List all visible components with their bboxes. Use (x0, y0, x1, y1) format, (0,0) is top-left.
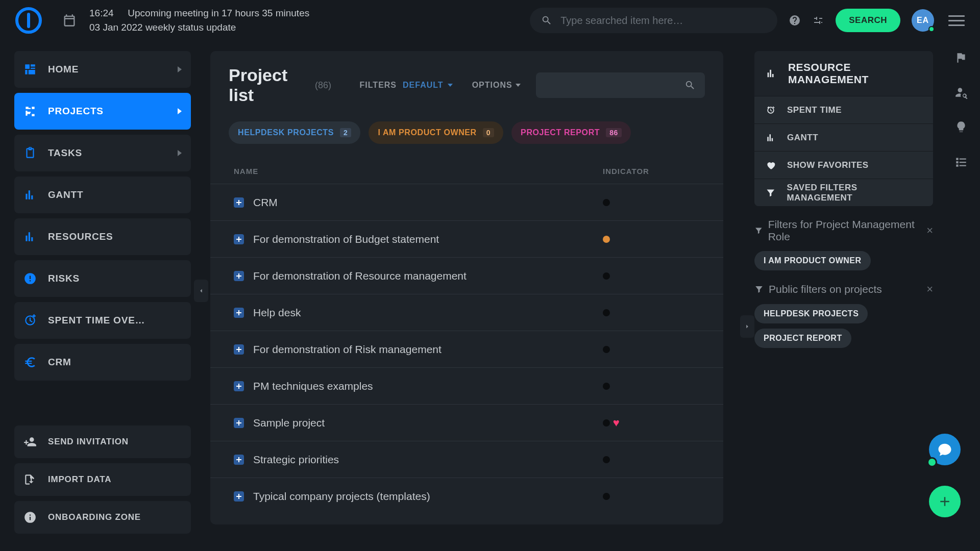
filters-value: DEFAULT (403, 81, 444, 90)
right-item-label: SAVED FILTERS MANAGEMENT (787, 183, 922, 203)
search-icon (684, 80, 696, 91)
filter-chip-project-report[interactable]: PROJECT REPORT86 (511, 121, 631, 144)
calendar-icon[interactable] (62, 13, 77, 28)
indicator-dot (603, 383, 610, 390)
sidebar-footer-send-invitation[interactable]: SEND INVITATION (14, 425, 191, 458)
expand-icon[interactable] (234, 381, 244, 391)
close-icon[interactable]: × (926, 283, 933, 296)
project-name: PM techniques examples (253, 380, 373, 392)
expand-icon[interactable] (234, 344, 244, 355)
sidebar-item-spent-time-ove-[interactable]: SPENT TIME OVE… (14, 302, 191, 339)
chevron-right-icon (178, 108, 182, 114)
table-row[interactable]: PM techniques examples (210, 367, 723, 404)
filters-dropdown[interactable]: DEFAULT (403, 81, 453, 90)
add-fab[interactable] (929, 486, 961, 517)
expand-icon[interactable] (234, 418, 244, 428)
search-button[interactable]: SEARCH (836, 9, 900, 32)
chip-count: 2 (340, 128, 351, 137)
right-card-title: RESOURCE MANAGEMENT (788, 61, 922, 86)
sidebar-item-resources[interactable]: RESOURCES (14, 218, 191, 255)
sidebar-item-tasks[interactable]: TASKS (14, 135, 191, 171)
right-item-show-favorites[interactable]: SHOW FAVORITES (754, 151, 933, 179)
sidebar-item-crm[interactable]: CRM (14, 344, 191, 381)
filter-tag[interactable]: I AM PRODUCT OWNER (754, 251, 871, 270)
search-icon (541, 15, 552, 26)
table-row[interactable]: Sample project ♥ (210, 404, 723, 441)
bulb-icon[interactable] (954, 120, 968, 134)
avatar[interactable]: EA (912, 9, 934, 32)
hamburger-menu-icon[interactable] (948, 12, 965, 29)
table-search[interactable] (536, 72, 705, 98)
right-item-spent-time[interactable]: SPENT TIME (754, 96, 933, 123)
expand-icon[interactable] (234, 234, 244, 244)
project-name: Typical company projects (templates) (253, 490, 430, 503)
sidebar-footer-label: ONBOARDING ZONE (48, 512, 182, 522)
project-name: For demonstration of Budget statement (253, 233, 439, 245)
chat-fab[interactable] (929, 434, 961, 465)
col-header-name[interactable]: NAME (229, 167, 603, 176)
right-item-gantt[interactable]: GANTT (754, 123, 933, 151)
table-row[interactable]: For demonstration of Budget statement (210, 220, 723, 257)
filters-label: FILTERS (360, 81, 397, 90)
table-row[interactable]: Help desk (210, 294, 723, 331)
main-header: Project list (86) FILTERS DEFAULT OPTION… (210, 51, 723, 110)
table-header: NAME INDICATOR (210, 158, 723, 184)
sidebar-item-gantt[interactable]: GANTT (14, 177, 191, 213)
bars-icon (23, 188, 37, 202)
main-card: Project list (86) FILTERS DEFAULT OPTION… (210, 51, 723, 524)
search-input[interactable] (559, 14, 766, 27)
favorite-heart-icon[interactable]: ♥ (613, 416, 620, 429)
indicator-dot (603, 199, 610, 206)
options-dropdown[interactable]: OPTIONS (472, 81, 521, 90)
top-bar: 16:24 Upcoming meeting in 17 hours 35 mi… (0, 0, 980, 41)
filter-chip-i-am-product-owner[interactable]: I AM PRODUCT OWNER0 (369, 121, 503, 144)
sidebar-collapse-handle[interactable] (194, 280, 208, 302)
right-panel-expand-handle[interactable] (740, 315, 754, 338)
funnel-icon (766, 188, 775, 198)
table-row[interactable]: For demonstration of Risk management (210, 331, 723, 367)
sidebar-item-risks[interactable]: RISKS (14, 260, 191, 297)
person-search-icon[interactable] (954, 86, 968, 99)
sidebar-item-home[interactable]: HOME (14, 51, 191, 88)
global-search[interactable] (530, 8, 777, 33)
app-logo[interactable] (15, 7, 42, 34)
table-row[interactable]: For demonstration of Resource management (210, 257, 723, 294)
expand-icon[interactable] (234, 197, 244, 208)
filter-tag[interactable]: PROJECT REPORT (754, 329, 851, 348)
table-row[interactable]: CRM (210, 184, 723, 220)
sidebar-footer-import-data[interactable]: IMPORT DATA (14, 463, 191, 496)
table-row[interactable]: Strategic priorities (210, 441, 723, 478)
table-row[interactable]: Typical company projects (templates) (210, 478, 723, 514)
right-card-header[interactable]: RESOURCE MANAGEMENT (754, 51, 933, 96)
close-icon[interactable]: × (926, 224, 933, 237)
filter-block-header: Filters for Project Management Role × (754, 215, 933, 246)
right-item-saved-filters-management[interactable]: SAVED FILTERS MANAGEMENT (754, 179, 933, 206)
expand-icon[interactable] (234, 455, 244, 465)
project-name: For demonstration of Resource management (253, 270, 467, 282)
filter-chip-helpdesk-projects[interactable]: HELPDESK PROJECTS2 (229, 121, 360, 144)
expand-icon[interactable] (234, 271, 244, 281)
filter-block-header: Public filters on projects × (754, 280, 933, 299)
col-header-indicator[interactable]: INDICATOR (603, 167, 705, 176)
expand-icon[interactable] (234, 491, 244, 502)
chip-label: HELPDESK PROJECTS (238, 128, 334, 137)
help-icon[interactable] (789, 14, 801, 27)
settings-sliders-icon[interactable] (812, 14, 824, 27)
page-count: (86) (315, 80, 331, 91)
sidebar-item-projects[interactable]: PROJECTS (14, 93, 191, 130)
sidebar-footer-onboarding-zone[interactable]: ONBOARDING ZONE (14, 501, 191, 534)
clock-time: 16:24 (89, 6, 125, 21)
indicator-dot (603, 236, 610, 243)
flag-icon[interactable] (954, 51, 968, 64)
right-panel: RESOURCE MANAGEMENT SPENT TIMEGANTTSHOW … (754, 51, 933, 352)
project-name: Sample project (253, 417, 325, 429)
chip-count: 0 (483, 128, 494, 137)
filter-tag[interactable]: HELPDESK PROJECTS (754, 304, 868, 323)
expand-icon[interactable] (234, 308, 244, 318)
import-icon (23, 473, 37, 486)
sidebar-footer-label: IMPORT DATA (48, 474, 182, 485)
funnel-icon (754, 226, 763, 235)
sidebar-footer-label: SEND INVITATION (48, 437, 182, 447)
project-name: CRM (253, 196, 278, 209)
checklist-icon[interactable] (954, 155, 968, 168)
